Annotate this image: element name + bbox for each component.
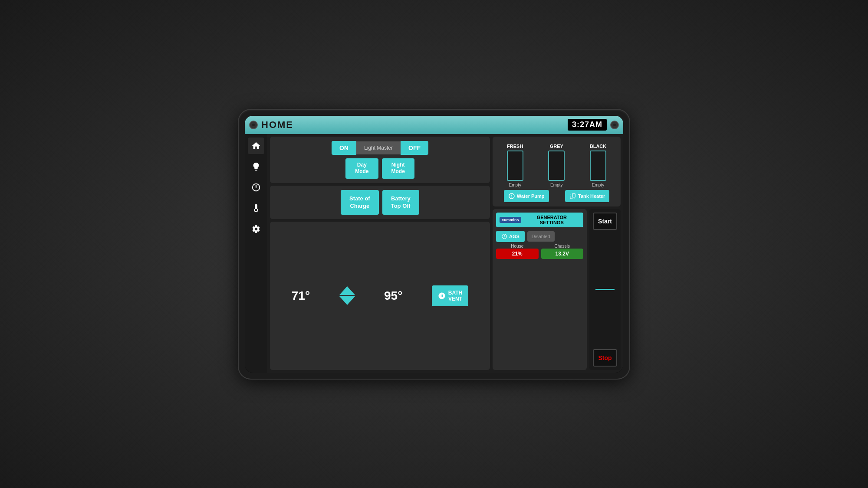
tank-heater-button[interactable]: Tank Heater	[565, 190, 609, 202]
black-tank-label: BLACK	[590, 144, 607, 149]
ags-button[interactable]: AGS	[496, 231, 525, 242]
header-left-icon	[249, 121, 258, 129]
state-battery-row: State ofCharge BatteryTop Off	[341, 190, 419, 215]
grey-tank-label: GREY	[550, 144, 563, 149]
lights-section: ON Light Master OFF DayMode NightMode	[270, 137, 490, 183]
target-temp-value: 95°	[384, 289, 402, 302]
ags-icon	[501, 233, 507, 239]
gen-values-row: 21% 13.2V	[496, 249, 583, 259]
left-panel: ON Light Master OFF DayMode NightMode St…	[270, 137, 490, 370]
sidebar-item-climate[interactable]	[248, 200, 264, 216]
light-on-button[interactable]: ON	[332, 141, 356, 155]
black-tank: BLACK Empty	[590, 144, 607, 187]
thermometer-icon	[251, 203, 261, 213]
state-of-charge-button[interactable]: State ofCharge	[341, 190, 379, 215]
bath-vent-label: BATHVENT	[448, 290, 462, 302]
fresh-tank: FRESH Empty	[507, 144, 523, 187]
main-content: ON Light Master OFF DayMode NightMode St…	[245, 134, 623, 373]
chassis-voltage-display: 13.2V	[541, 249, 584, 259]
climate-section: 71° 95°	[270, 222, 490, 370]
bath-vent-button[interactable]: BATHVENT	[432, 285, 468, 306]
light-master-row: ON Light Master OFF	[274, 141, 486, 155]
temp-up-arrow[interactable]	[339, 286, 355, 295]
tanks-section: FRESH Empty GREY	[493, 137, 621, 206]
gear-icon	[251, 224, 261, 234]
header-bar: HOME 3:27AM	[245, 116, 623, 134]
gen-labels-row: House Chassis	[496, 244, 583, 249]
header-left: HOME	[249, 119, 293, 131]
sidebar-item-home[interactable]	[248, 138, 264, 154]
sidebar-item-power[interactable]	[248, 179, 264, 196]
tank-row: FRESH Empty GREY	[497, 141, 616, 190]
gen-ags-row: AGS Disabled	[496, 231, 583, 242]
current-temp-display: 71°	[292, 289, 310, 303]
tank-heater-label: Tank Heater	[578, 193, 605, 199]
device-frame: HOME 3:27AM	[239, 110, 629, 379]
cummins-text: cummins	[502, 218, 519, 222]
right-panel: FRESH Empty GREY	[493, 137, 621, 370]
temp-down-arrow[interactable]	[339, 296, 355, 305]
black-tank-visual	[590, 151, 606, 181]
current-temp-value: 71°	[292, 289, 310, 302]
sidebar-item-settings[interactable]	[248, 221, 264, 237]
battery-section: State ofCharge BatteryTop Off	[270, 186, 490, 219]
fresh-tank-status: Empty	[509, 183, 521, 187]
day-mode-button[interactable]: DayMode	[345, 158, 378, 179]
cummins-logo: cummins	[500, 217, 521, 223]
mode-row: DayMode NightMode	[274, 158, 486, 179]
temp-arrows	[339, 286, 355, 305]
house-percent-value: 21%	[512, 251, 523, 257]
tank-buttons-row: Water Pump Tank Heater	[497, 190, 616, 202]
ags-label: AGS	[509, 234, 519, 239]
tank-heater-icon	[569, 193, 576, 200]
gen-header: cummins GENERATORSETTINGS	[496, 213, 583, 227]
target-temp-display: 95°	[384, 289, 402, 303]
grey-tank-status: Empty	[550, 183, 562, 187]
black-tank-status: Empty	[592, 183, 604, 187]
water-pump-label: Water Pump	[517, 193, 545, 199]
generator-settings-title: GENERATORSETTINGS	[524, 215, 580, 225]
content-area: ON Light Master OFF DayMode NightMode St…	[267, 134, 623, 373]
sidebar-item-lights[interactable]	[248, 158, 264, 175]
generator-panel: cummins GENERATORSETTINGS	[493, 209, 587, 370]
generator-section: cummins GENERATORSETTINGS	[493, 209, 621, 370]
clock-display: 3:27AM	[568, 119, 607, 131]
vent-icon	[438, 292, 446, 300]
screen: HOME 3:27AM	[245, 116, 623, 373]
fresh-tank-label: FRESH	[507, 144, 523, 149]
start-stop-panel: Start Stop	[589, 209, 621, 370]
house-label: House	[496, 244, 539, 249]
battery-top-off-button[interactable]: BatteryTop Off	[382, 190, 419, 215]
sidebar	[245, 134, 267, 373]
light-master-button[interactable]: Light Master	[356, 141, 401, 154]
chassis-voltage-value: 13.2V	[556, 251, 569, 257]
page-title: HOME	[261, 119, 293, 131]
disabled-button[interactable]: Disabled	[527, 231, 555, 242]
lights-icon	[251, 162, 261, 171]
chassis-label: Chassis	[541, 244, 584, 249]
generator-stop-button[interactable]: Stop	[593, 349, 617, 367]
night-mode-button[interactable]: NightMode	[382, 158, 414, 179]
water-pump-button[interactable]: Water Pump	[504, 190, 549, 202]
house-battery-bar: 21%	[496, 249, 539, 259]
header-right-icon	[610, 121, 619, 129]
start-line-divider	[595, 289, 615, 290]
home-icon	[251, 141, 261, 151]
light-off-button[interactable]: OFF	[401, 141, 428, 155]
generator-start-button[interactable]: Start	[593, 213, 617, 230]
temp-section: 71° 95°	[274, 226, 486, 365]
grey-tank-visual	[548, 151, 565, 181]
grey-tank: GREY Empty	[548, 144, 565, 187]
power-icon	[251, 183, 261, 192]
water-pump-icon	[508, 193, 515, 200]
fresh-tank-visual	[507, 151, 523, 181]
